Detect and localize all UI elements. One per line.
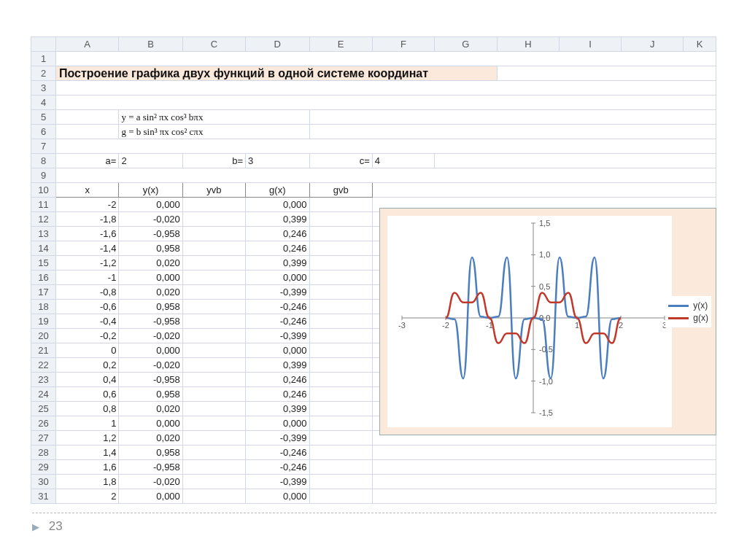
cell-yx[interactable]: 0,020 (119, 285, 182, 300)
param-a-label[interactable]: a= (55, 154, 118, 168)
cell[interactable] (309, 110, 716, 125)
cell-yx[interactable]: 0,958 (119, 300, 182, 314)
cell-x[interactable]: -0,4 (55, 314, 118, 329)
row-header[interactable]: 31 (31, 489, 56, 504)
cell-x[interactable]: -0,6 (55, 300, 118, 314)
cell-x[interactable]: -1,2 (55, 256, 118, 271)
cell-yvb[interactable] (182, 431, 245, 446)
cell-gx[interactable]: 0,000 (246, 416, 309, 431)
cell-x[interactable]: 0,6 (55, 387, 118, 402)
cell[interactable] (372, 489, 716, 504)
cell-yvb[interactable] (182, 285, 245, 300)
row-header[interactable]: 4 (31, 96, 56, 110)
row-header[interactable]: 9 (31, 168, 56, 183)
row-header[interactable]: 26 (31, 416, 56, 431)
cell-x[interactable]: 1,8 (55, 475, 118, 489)
row-header[interactable]: 21 (31, 343, 56, 358)
cell[interactable] (55, 125, 118, 139)
row-header[interactable]: 30 (31, 475, 56, 489)
cell-gvb[interactable] (309, 343, 372, 358)
param-a-value[interactable]: 2 (119, 154, 182, 168)
row-header[interactable]: 6 (31, 125, 56, 139)
row-header[interactable]: 24 (31, 387, 56, 402)
cell-yx[interactable]: 0,000 (119, 271, 182, 285)
cell-yvb[interactable] (182, 460, 245, 475)
cell-yvb[interactable] (182, 446, 245, 460)
cell-gx[interactable]: 0,246 (246, 227, 309, 241)
cell-gx[interactable]: 0,399 (246, 256, 309, 271)
cell[interactable] (497, 66, 716, 81)
cell-yvb[interactable] (182, 314, 245, 329)
cell-yx[interactable]: 0,958 (119, 446, 182, 460)
cell-x[interactable]: 1 (55, 416, 118, 431)
cell-yx[interactable]: 0,958 (119, 241, 182, 256)
cell-gx[interactable]: 0,000 (246, 343, 309, 358)
row-header[interactable]: 22 (31, 358, 56, 373)
cell-x[interactable]: -1,6 (55, 227, 118, 241)
row-header[interactable]: 5 (31, 110, 56, 125)
col-header[interactable]: F (372, 37, 434, 52)
cell-gx[interactable]: 0,246 (246, 387, 309, 402)
cell-yx[interactable]: 0,020 (119, 402, 182, 416)
row-header[interactable]: 13 (31, 227, 56, 241)
cell-yvb[interactable] (182, 489, 245, 504)
row-header[interactable]: 10 (31, 183, 56, 198)
cell-gvb[interactable] (309, 416, 372, 431)
cell-yx[interactable]: 0,000 (119, 416, 182, 431)
cell[interactable] (372, 446, 716, 460)
cell-x[interactable]: -2 (55, 198, 118, 212)
cell-yvb[interactable] (182, 227, 245, 241)
row-header[interactable]: 11 (31, 198, 56, 212)
cell-gvb[interactable] (309, 271, 372, 285)
param-c-label[interactable]: c= (309, 154, 372, 168)
cell-yx[interactable]: 0,020 (119, 256, 182, 271)
cell[interactable] (55, 96, 716, 110)
cell-x[interactable]: 1,4 (55, 446, 118, 460)
cell-yvb[interactable] (182, 373, 245, 387)
cell-x[interactable]: 0,4 (55, 373, 118, 387)
cell-gvb[interactable] (309, 431, 372, 446)
cell-yx[interactable]: 0,020 (119, 431, 182, 446)
col-header[interactable]: K (684, 37, 716, 52)
cell-yx[interactable]: -0,958 (119, 314, 182, 329)
row-header[interactable]: 16 (31, 271, 56, 285)
cell-yvb[interactable] (182, 329, 245, 343)
chart-container[interactable]: -3-2-1123-1,5-1,0-0,50,00,51,01,5 y(x) g… (379, 208, 716, 435)
param-c-value[interactable]: 4 (372, 154, 434, 168)
cell-gx[interactable]: 0,000 (246, 198, 309, 212)
cell-gvb[interactable] (309, 373, 372, 387)
cell-gvb[interactable] (309, 314, 372, 329)
cell-gvb[interactable] (309, 460, 372, 475)
col-header[interactable]: H (497, 37, 559, 52)
col-header[interactable]: J (622, 37, 684, 52)
cell-yvb[interactable] (182, 300, 245, 314)
cell-yvb[interactable] (182, 387, 245, 402)
cell[interactable] (309, 125, 716, 139)
table-header-gx[interactable]: g(x) (246, 183, 309, 198)
cell-gvb[interactable] (309, 402, 372, 416)
row-header[interactable]: 20 (31, 329, 56, 343)
row-header[interactable]: 18 (31, 300, 56, 314)
col-header[interactable]: I (560, 37, 622, 52)
cell-gvb[interactable] (309, 285, 372, 300)
table-header-gvb[interactable]: gvb (309, 183, 372, 198)
param-b-label[interactable]: b= (182, 154, 245, 168)
cell-yx[interactable]: -0,958 (119, 373, 182, 387)
cell-gx[interactable]: 0,246 (246, 241, 309, 256)
cell-x[interactable]: 0,8 (55, 402, 118, 416)
cell[interactable] (372, 475, 716, 489)
cell-gvb[interactable] (309, 300, 372, 314)
cell-gvb[interactable] (309, 256, 372, 271)
row-header[interactable]: 3 (31, 81, 56, 96)
cell-yx[interactable]: 0,000 (119, 489, 182, 504)
cell-gx[interactable]: 0,399 (246, 358, 309, 373)
cell-x[interactable]: -1,4 (55, 241, 118, 256)
cell-gx[interactable]: 0,246 (246, 373, 309, 387)
cell-x[interactable]: -0,8 (55, 285, 118, 300)
cell-yx[interactable]: -0,020 (119, 212, 182, 227)
col-header[interactable]: A (55, 37, 118, 52)
cell-gx[interactable]: 0,399 (246, 212, 309, 227)
cell-yx[interactable]: 0,958 (119, 387, 182, 402)
table-header-yx[interactable]: y(x) (119, 183, 182, 198)
cell-yvb[interactable] (182, 256, 245, 271)
